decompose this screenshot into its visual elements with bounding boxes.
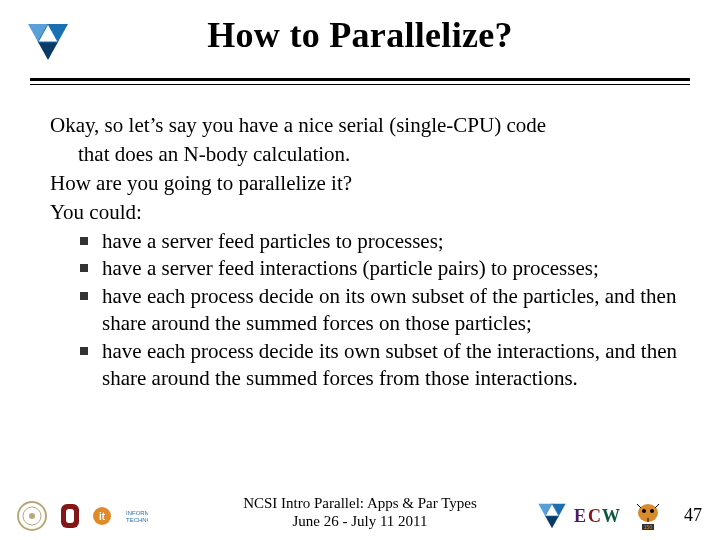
footer-logos-right: E C W 150 xyxy=(536,500,664,532)
bullet-item: have a server feed interactions (particl… xyxy=(78,255,680,282)
slide-header: How to Parallelize? xyxy=(0,0,720,104)
svg-text:150: 150 xyxy=(644,524,653,530)
svg-marker-2 xyxy=(38,42,58,60)
slide: How to Parallelize? Okay, so let’s say y… xyxy=(0,0,720,540)
triangle-logo-icon xyxy=(26,22,70,62)
slide-body: Okay, so let’s say you have a nice seria… xyxy=(50,112,680,393)
intro-line-3: How are you going to parallelize it? xyxy=(50,170,680,197)
svg-text:C: C xyxy=(588,506,601,526)
svg-text:W: W xyxy=(602,506,620,526)
ecw-logo-icon: E C W xyxy=(574,500,626,532)
svg-text:E: E xyxy=(574,506,586,526)
intro-line-2: that does an N-body calculation. xyxy=(50,141,680,168)
slide-footer: it INFORMATION TECHNOLOGY NCSI Intro Par… xyxy=(0,480,720,540)
triangle-logo-icon xyxy=(536,500,568,532)
bullet-item: have a server feed particles to processe… xyxy=(78,228,680,255)
header-rule-thin xyxy=(30,84,690,85)
bullet-item: have each process decide on its own subs… xyxy=(78,283,680,337)
bullet-item: have each process decide its own subset … xyxy=(78,338,680,392)
tiger-logo-icon: 150 xyxy=(632,500,664,532)
intro-line-4: You could: xyxy=(50,199,680,226)
svg-marker-15 xyxy=(545,516,559,528)
intro-line-1: Okay, so let’s say you have a nice seria… xyxy=(50,112,680,139)
svg-point-21 xyxy=(642,509,646,513)
svg-point-22 xyxy=(650,509,654,513)
header-rule-thick xyxy=(30,78,690,81)
slide-title: How to Parallelize? xyxy=(0,14,720,56)
bullet-list: have a server feed particles to processe… xyxy=(50,228,680,392)
page-number: 47 xyxy=(684,505,702,526)
